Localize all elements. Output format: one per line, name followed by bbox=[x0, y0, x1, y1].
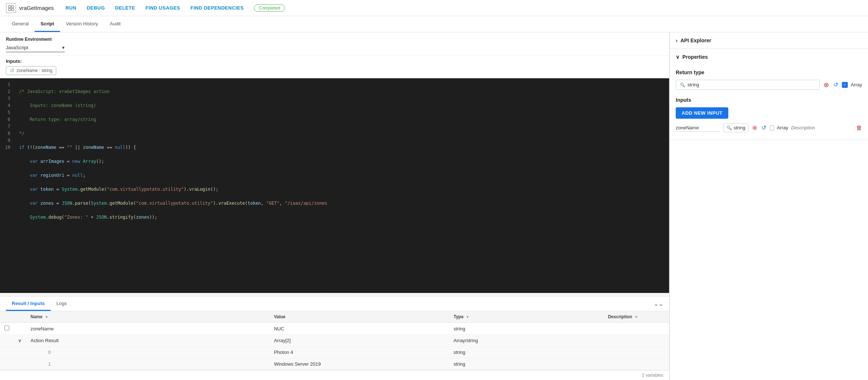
app-name: vraGetImages bbox=[19, 5, 54, 11]
search-icon: 🔍 bbox=[680, 82, 685, 87]
find-dependencies-button[interactable]: FIND DEPENDENCIES bbox=[190, 5, 244, 11]
row-value: Photon 4 bbox=[269, 347, 449, 358]
row-value: NUC bbox=[269, 323, 449, 335]
row-desc bbox=[604, 347, 669, 358]
row-index bbox=[14, 358, 26, 370]
table-row: 1 Windows Server 2019 string bbox=[0, 358, 669, 370]
line-numbers: 1234 5678 910 bbox=[0, 78, 15, 293]
row-checkbox bbox=[0, 347, 14, 358]
input-tag-label: zoneName : string bbox=[17, 68, 52, 73]
svg-rect-0 bbox=[8, 6, 11, 8]
code-editor[interactable]: 1234 5678 910 /* JavaScript: vraGetImage… bbox=[0, 78, 669, 293]
array-text: Array bbox=[777, 125, 788, 130]
delete-button[interactable]: DELETE bbox=[115, 5, 135, 11]
row-type: Array/string bbox=[449, 335, 604, 347]
clear-input-button[interactable]: ⊗ bbox=[751, 123, 758, 132]
runtime-label: Runtime Environment bbox=[6, 37, 663, 42]
tab-logs[interactable]: Logs bbox=[51, 297, 73, 311]
desc-filter-icon[interactable]: ▼ bbox=[635, 315, 638, 319]
table-row: ∨ Action Result Array[2] Array/string bbox=[0, 335, 669, 347]
row-checkbox[interactable] bbox=[0, 323, 14, 335]
left-panel: Runtime Environment JavaScript ▾ Inputs:… bbox=[0, 32, 669, 380]
row-name: 1 bbox=[26, 358, 269, 370]
row-checkbox bbox=[0, 358, 14, 370]
th-desc: Description ▼ bbox=[604, 311, 669, 323]
input-type-text: string bbox=[733, 125, 745, 130]
tab-script[interactable]: Script bbox=[35, 17, 60, 32]
refresh-return-type-button[interactable]: ↺ bbox=[833, 80, 839, 89]
th-type: Type ▼ bbox=[449, 311, 604, 323]
runtime-section: Runtime Environment JavaScript ▾ bbox=[0, 32, 669, 55]
script-area: Runtime Environment JavaScript ▾ Inputs:… bbox=[0, 32, 669, 293]
right-panel: › API Explorer ∨ Properties Return type … bbox=[669, 32, 868, 380]
input-type-wrap[interactable]: 🔍 string bbox=[723, 123, 749, 132]
tab-result-inputs[interactable]: Result / Inputs bbox=[6, 297, 51, 311]
api-explorer-label: API Explorer bbox=[681, 37, 711, 43]
row-desc bbox=[604, 358, 669, 370]
row-desc bbox=[604, 323, 669, 335]
chevron-down-icon: ▾ bbox=[62, 45, 65, 50]
tab-audit[interactable]: Audit bbox=[104, 17, 127, 32]
row-checkbox bbox=[0, 335, 14, 347]
row-value: Array[2] bbox=[269, 335, 449, 347]
row-type: string bbox=[449, 347, 604, 358]
app-logo-icon bbox=[6, 3, 16, 13]
code-content[interactable]: /* JavaScript: vraGetImages action Input… bbox=[15, 78, 669, 293]
row-expand-btn[interactable]: ∨ bbox=[14, 335, 26, 347]
bottom-tabs-bar: Result / Inputs Logs ⌄⌄ bbox=[0, 297, 669, 311]
th-name: Name ▼ bbox=[26, 311, 269, 323]
input-tag-zonename[interactable]: ↺ zoneName : string bbox=[6, 66, 56, 75]
top-nav: vraGetImages RUN DEBUG DELETE FIND USAGE… bbox=[0, 0, 868, 16]
debug-button[interactable]: DEBUG bbox=[87, 5, 105, 11]
name-filter-icon[interactable]: ▼ bbox=[45, 315, 49, 319]
row-name: Action Result bbox=[26, 335, 269, 347]
tab-general[interactable]: General bbox=[6, 17, 35, 32]
chevron-down-icon: ∨ bbox=[676, 54, 679, 60]
add-new-input-button[interactable]: ADD NEW INPUT bbox=[676, 107, 728, 119]
input-array-checkbox[interactable] bbox=[770, 125, 774, 130]
row-name: 0 bbox=[26, 347, 269, 358]
inputs-label: Inputs: bbox=[6, 58, 663, 64]
runtime-select[interactable]: JavaScript ▾ bbox=[6, 45, 65, 52]
api-explorer-section: › API Explorer bbox=[670, 32, 868, 49]
description-input[interactable] bbox=[791, 125, 853, 130]
find-usages-button[interactable]: FIND USAGES bbox=[146, 5, 180, 11]
main-layout: Runtime Environment JavaScript ▾ Inputs:… bbox=[0, 32, 868, 380]
result-table: Name ▼ Value Type ▼ bbox=[0, 311, 669, 370]
array-checkbox[interactable]: ✓ bbox=[842, 82, 848, 88]
inputs-section: Inputs: ↺ zoneName : string bbox=[0, 55, 669, 78]
return-type-search[interactable]: 🔍 bbox=[676, 80, 820, 90]
row-value: Windows Server 2019 bbox=[269, 358, 449, 370]
status-badge: Completed bbox=[254, 4, 285, 12]
return-type-label: Return type bbox=[676, 69, 862, 75]
delete-input-button[interactable]: 🗑 bbox=[856, 125, 862, 131]
chevron-right-icon: › bbox=[676, 37, 678, 43]
svg-rect-3 bbox=[11, 8, 14, 11]
tab-version-history[interactable]: Version History bbox=[60, 17, 104, 32]
resize-dots-icon: · · · · · · · bbox=[323, 293, 346, 297]
input-row: 🔍 string ⊗ ↺ Array 🗑 bbox=[676, 123, 862, 132]
row-name: zoneName bbox=[26, 323, 269, 335]
table-row: 0 Photon 4 string bbox=[0, 347, 669, 358]
row-type: string bbox=[449, 323, 604, 335]
inputs-panel-label: Inputs bbox=[676, 97, 862, 103]
properties-header[interactable]: ∨ Properties bbox=[670, 49, 868, 65]
refresh-input-button[interactable]: ↺ bbox=[761, 123, 767, 132]
resize-handle[interactable]: · · · · · · · bbox=[0, 293, 669, 297]
collapse-button[interactable]: ⌄⌄ bbox=[654, 300, 663, 307]
input-name-field[interactable] bbox=[676, 124, 720, 132]
svg-rect-1 bbox=[11, 6, 14, 8]
type-filter-icon[interactable]: ▼ bbox=[466, 315, 469, 319]
row-desc bbox=[604, 335, 669, 347]
return-type-input[interactable] bbox=[687, 82, 816, 87]
runtime-value: JavaScript bbox=[6, 45, 59, 50]
nav-actions: RUN DEBUG DELETE FIND USAGES FIND DEPEND… bbox=[65, 4, 285, 12]
run-button[interactable]: RUN bbox=[65, 5, 76, 11]
app-logo: vraGetImages bbox=[6, 3, 54, 13]
tabs-bar: General Script Version History Audit bbox=[0, 16, 868, 32]
th-value: Value bbox=[269, 311, 449, 323]
row-type: string bbox=[449, 358, 604, 370]
api-explorer-header[interactable]: › API Explorer bbox=[670, 32, 868, 49]
clear-return-type-button[interactable]: ⊗ bbox=[823, 80, 830, 90]
variables-count: 2 variables bbox=[0, 370, 669, 380]
